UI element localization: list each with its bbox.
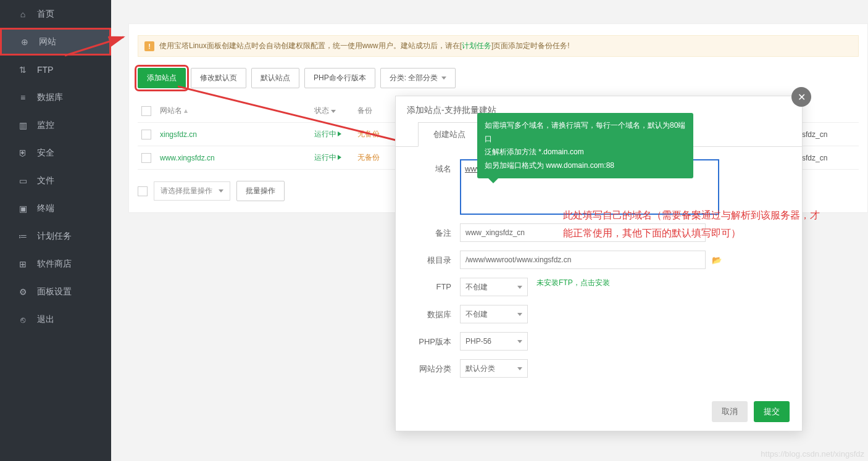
sidebar-item-label: 安全 <box>37 147 54 159</box>
modal-body: 域名 www.xingsfdz.cn 备注 根目录 📂 FTP 不创建 未安装F… <box>396 146 802 392</box>
sidebar-item-home[interactable]: ⌂首页 <box>0 0 111 28</box>
php-cli-button[interactable]: PHP命令行版本 <box>304 68 375 88</box>
apps-icon: ⊞ <box>17 259 28 269</box>
alert-text-post: ]页面添加定时备份任务! <box>491 41 570 51</box>
sidebar-item-settings[interactable]: ⚙面板设置 <box>0 278 111 305</box>
label-root: 根目录 <box>413 251 460 266</box>
sidebar-item-label: 监控 <box>37 120 54 131</box>
tooltip-line: 如另加端口格式为 www.domain.com:88 <box>485 159 686 173</box>
sidebar-item-label: 终端 <box>37 203 54 214</box>
backup-link[interactable]: 无备份 <box>357 130 380 138</box>
chevron-down-icon <box>517 313 522 316</box>
sidebar-item-label: 面板设置 <box>37 286 72 297</box>
tab-create-site[interactable]: 创建站点 <box>418 122 481 147</box>
sidebar-item-label: FTP <box>37 65 53 75</box>
site-name-link[interactable]: xingsfdz.cn <box>160 130 197 139</box>
col-name[interactable]: 网站名 <box>160 106 182 115</box>
label-db: 数据库 <box>413 305 460 320</box>
ftp-icon: ⇅ <box>17 65 28 75</box>
status-badge[interactable]: 运行中 <box>314 153 341 162</box>
site-name-link[interactable]: www.xingsfdz.cn <box>160 154 215 162</box>
alert-text-pre: 使用宝塔Linux面板创建站点时会自动创建权限配置，统一使用www用户。建站成功… <box>159 41 462 51</box>
bulk-checkbox[interactable] <box>138 186 148 196</box>
warning-icon: ! <box>144 41 154 51</box>
sidebar-item-label: 软件商店 <box>37 259 72 270</box>
category-select[interactable]: 默认分类 <box>460 359 528 378</box>
alert-link[interactable]: 计划任务 <box>462 41 491 51</box>
ftp-hint[interactable]: 未安装FTP，点击安装 <box>536 278 610 288</box>
ftp-select[interactable]: 不创建 <box>460 278 528 296</box>
label-note: 备注 <box>413 223 460 239</box>
sidebar-item-ftp[interactable]: ⇅FTP <box>0 56 111 83</box>
label-php: PHP版本 <box>413 332 460 347</box>
chevron-down-icon <box>441 77 446 80</box>
close-button[interactable]: ✕ <box>791 87 811 107</box>
sidebar-item-database[interactable]: ≡数据库 <box>0 83 111 111</box>
backup-link[interactable]: 无备份 <box>357 153 380 162</box>
sidebar-item-label: 退出 <box>37 314 54 325</box>
select-all-checkbox[interactable] <box>141 106 151 116</box>
sidebar-item-label: 数据库 <box>37 92 63 103</box>
edit-default-page-button[interactable]: 修改默认页 <box>191 68 246 88</box>
sidebar-item-terminal[interactable]: ▣终端 <box>0 194 111 222</box>
add-site-button[interactable]: 添加站点 <box>138 68 186 88</box>
monitor-icon: ▥ <box>17 120 28 130</box>
sidebar-item-security[interactable]: ⛨安全 <box>0 139 111 167</box>
category-filter-button[interactable]: 分类: 全部分类 <box>380 68 456 88</box>
col-status[interactable]: 状态 <box>314 106 329 115</box>
close-icon: ✕ <box>798 91 806 103</box>
logout-icon: ⎋ <box>17 315 28 325</box>
sidebar: ⌂首页 ⊕网站 ⇅FTP ≡数据库 ▥监控 ⛨安全 ▭文件 ▣终端 ≔计划任务 … <box>0 0 111 461</box>
root-input[interactable] <box>460 251 706 269</box>
terminal-icon: ▣ <box>17 204 28 214</box>
clock-icon: ≔ <box>17 231 28 241</box>
php-select[interactable]: PHP-56 <box>460 332 528 351</box>
col-backup[interactable]: 备份 <box>357 106 372 115</box>
tooltip-line: 泛解析添加方法 *.domain.com <box>485 146 686 159</box>
row-checkbox[interactable] <box>141 153 151 163</box>
gear-icon: ⚙ <box>17 287 28 297</box>
status-badge[interactable]: 运行中 <box>314 130 341 138</box>
globe-icon: ⊕ <box>19 37 30 47</box>
chevron-down-icon <box>517 367 522 370</box>
tooltip-line: 如需填写多个域名，请换行填写，每行一个域名，默认为80端口 <box>485 119 686 146</box>
sidebar-item-monitor[interactable]: ▥监控 <box>0 111 111 139</box>
category-filter-label: 分类: 全部分类 <box>390 73 438 83</box>
database-icon: ≡ <box>17 93 28 102</box>
submit-button[interactable]: 提交 <box>754 401 790 422</box>
chevron-down-icon <box>517 340 522 343</box>
sidebar-item-label: 网站 <box>39 36 56 48</box>
tooltip: 如需填写多个域名，请换行填写，每行一个域名，默认为80端口 泛解析添加方法 *.… <box>477 113 693 178</box>
row-checkbox[interactable] <box>141 130 151 139</box>
label-category: 网站分类 <box>413 359 460 375</box>
sidebar-item-label: 文件 <box>37 175 54 186</box>
bulk-select-label: 请选择批量操作 <box>161 186 212 196</box>
toolbar: 添加站点 修改默认页 默认站点 PHP命令行版本 分类: 全部分类 <box>138 68 859 88</box>
sidebar-item-store[interactable]: ⊞软件商店 <box>0 250 111 278</box>
sidebar-item-label: 计划任务 <box>37 231 72 242</box>
sidebar-item-cron[interactable]: ≔计划任务 <box>0 222 111 250</box>
folder-browse-icon[interactable]: 📂 <box>712 255 722 265</box>
watermark: https://blog.csdn.net/xingsfdz <box>761 449 864 459</box>
folder-icon: ▭ <box>17 176 28 186</box>
db-select[interactable]: 不创建 <box>460 305 528 323</box>
sidebar-item-website[interactable]: ⊕网站 <box>0 28 111 56</box>
play-icon <box>338 131 341 136</box>
label-ftp: FTP <box>413 278 460 291</box>
sidebar-item-logout[interactable]: ⎋退出 <box>0 305 111 333</box>
sidebar-item-label: 首页 <box>37 9 54 20</box>
bulk-action-button[interactable]: 批量操作 <box>236 181 285 201</box>
modal-footer: 取消 提交 <box>396 392 802 431</box>
label-domain: 域名 <box>413 159 460 175</box>
home-icon: ⌂ <box>17 9 28 19</box>
default-site-button[interactable]: 默认站点 <box>251 68 299 88</box>
cancel-button[interactable]: 取消 <box>712 401 748 422</box>
annotation-text: 此处填写自己的域名（需要备案通过与解析到该服务器，才能正常使用，其他下面的默认填… <box>563 207 828 243</box>
alert-banner: ! 使用宝塔Linux面板创建站点时会自动创建权限配置，统一使用www用户。建站… <box>138 35 859 57</box>
shield-icon: ⛨ <box>17 148 28 158</box>
play-icon <box>338 155 341 160</box>
sidebar-item-files[interactable]: ▭文件 <box>0 167 111 194</box>
chevron-down-icon <box>219 189 223 193</box>
chevron-down-icon <box>517 286 522 289</box>
bulk-select[interactable]: 请选择批量操作 <box>154 181 230 201</box>
